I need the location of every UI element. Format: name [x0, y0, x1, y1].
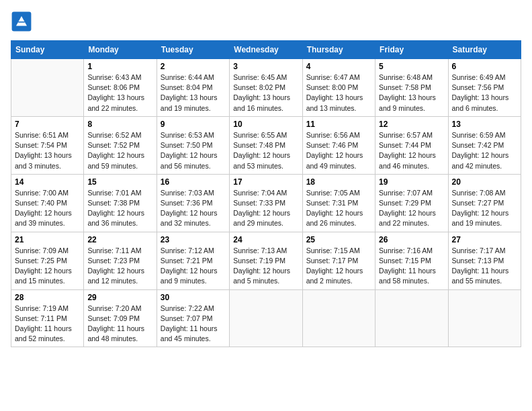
calendar-week-1: 1Sunrise: 6:43 AM Sunset: 8:06 PM Daylig… [11, 59, 521, 117]
calendar-cell [302, 289, 375, 347]
svg-rect-2 [18, 21, 25, 23]
day-info: Sunrise: 7:22 AM Sunset: 7:07 PM Dayligh… [161, 304, 226, 345]
day-info: Sunrise: 7:08 AM Sunset: 7:27 PM Dayligh… [452, 188, 517, 229]
day-info: Sunrise: 7:16 AM Sunset: 7:15 PM Dayligh… [379, 246, 444, 287]
calendar-cell: 11Sunrise: 6:56 AM Sunset: 7:46 PM Dayli… [302, 116, 375, 174]
calendar-cell: 1Sunrise: 6:43 AM Sunset: 8:06 PM Daylig… [84, 59, 157, 117]
day-number: 11 [306, 120, 371, 129]
day-number: 12 [379, 120, 444, 129]
day-info: Sunrise: 6:47 AM Sunset: 8:00 PM Dayligh… [306, 73, 371, 113]
calendar-cell: 9Sunrise: 6:53 AM Sunset: 7:50 PM Daylig… [157, 116, 229, 174]
calendar-cell [448, 289, 521, 347]
calendar-cell: 28Sunrise: 7:19 AM Sunset: 7:11 PM Dayli… [11, 289, 84, 347]
day-number: 13 [452, 120, 517, 129]
day-info: Sunrise: 7:00 AM Sunset: 7:40 PM Dayligh… [15, 188, 80, 229]
calendar-week-2: 7Sunrise: 6:51 AM Sunset: 7:54 PM Daylig… [11, 116, 521, 174]
day-info: Sunrise: 7:11 AM Sunset: 7:23 PM Dayligh… [87, 246, 152, 287]
day-number: 4 [306, 62, 371, 71]
day-info: Sunrise: 7:04 AM Sunset: 7:33 PM Dayligh… [233, 188, 298, 229]
day-number: 2 [161, 62, 226, 71]
day-info: Sunrise: 7:15 AM Sunset: 7:17 PM Dayligh… [306, 246, 371, 287]
day-info: Sunrise: 6:56 AM Sunset: 7:46 PM Dayligh… [306, 130, 371, 171]
day-number: 9 [161, 120, 226, 129]
day-number: 23 [161, 235, 226, 244]
day-number: 18 [306, 177, 371, 187]
day-info: Sunrise: 6:44 AM Sunset: 8:04 PM Dayligh… [161, 73, 226, 113]
day-number: 26 [379, 235, 444, 244]
day-number: 3 [233, 62, 298, 71]
day-number: 20 [452, 177, 517, 187]
day-number: 10 [233, 120, 298, 129]
day-info: Sunrise: 7:07 AM Sunset: 7:29 PM Dayligh… [379, 188, 444, 229]
calendar-cell: 22Sunrise: 7:11 AM Sunset: 7:23 PM Dayli… [84, 232, 157, 289]
calendar-cell: 19Sunrise: 7:07 AM Sunset: 7:29 PM Dayli… [375, 174, 448, 232]
day-info: Sunrise: 7:12 AM Sunset: 7:21 PM Dayligh… [161, 246, 226, 287]
day-info: Sunrise: 6:51 AM Sunset: 7:54 PM Dayligh… [15, 130, 80, 171]
calendar-cell: 13Sunrise: 6:59 AM Sunset: 7:42 PM Dayli… [448, 116, 521, 174]
day-number: 16 [161, 177, 226, 187]
weekday-header-monday: Monday [84, 41, 157, 59]
calendar-body: 1Sunrise: 6:43 AM Sunset: 8:06 PM Daylig… [11, 59, 521, 347]
day-info: Sunrise: 6:43 AM Sunset: 8:06 PM Dayligh… [87, 73, 152, 113]
day-info: Sunrise: 6:48 AM Sunset: 7:58 PM Dayligh… [379, 73, 444, 113]
day-info: Sunrise: 6:53 AM Sunset: 7:50 PM Dayligh… [161, 130, 226, 171]
calendar-cell: 18Sunrise: 7:05 AM Sunset: 7:31 PM Dayli… [302, 174, 375, 232]
day-number: 24 [233, 235, 298, 244]
calendar-cell: 8Sunrise: 6:52 AM Sunset: 7:52 PM Daylig… [84, 116, 157, 174]
day-number: 8 [87, 120, 152, 129]
calendar-cell: 20Sunrise: 7:08 AM Sunset: 7:27 PM Dayli… [448, 174, 521, 232]
calendar-week-3: 14Sunrise: 7:00 AM Sunset: 7:40 PM Dayli… [11, 174, 521, 232]
day-number: 19 [379, 177, 444, 187]
day-info: Sunrise: 7:05 AM Sunset: 7:31 PM Dayligh… [306, 188, 371, 229]
calendar-cell: 17Sunrise: 7:04 AM Sunset: 7:33 PM Dayli… [230, 174, 302, 232]
day-info: Sunrise: 6:59 AM Sunset: 7:42 PM Dayligh… [452, 130, 517, 171]
calendar-week-4: 21Sunrise: 7:09 AM Sunset: 7:25 PM Dayli… [11, 232, 521, 289]
calendar-table: SundayMondayTuesdayWednesdayThursdayFrid… [11, 40, 521, 347]
calendar-cell: 30Sunrise: 7:22 AM Sunset: 7:07 PM Dayli… [157, 289, 229, 347]
day-info: Sunrise: 7:09 AM Sunset: 7:25 PM Dayligh… [15, 246, 80, 287]
day-number: 30 [161, 293, 226, 302]
weekday-header-tuesday: Tuesday [157, 41, 229, 59]
logo [11, 11, 35, 32]
day-number: 28 [15, 293, 80, 302]
calendar-cell [375, 289, 448, 347]
day-info: Sunrise: 6:49 AM Sunset: 7:56 PM Dayligh… [452, 73, 517, 113]
calendar-cell: 26Sunrise: 7:16 AM Sunset: 7:15 PM Dayli… [375, 232, 448, 289]
calendar-cell: 14Sunrise: 7:00 AM Sunset: 7:40 PM Dayli… [11, 174, 84, 232]
calendar-cell: 16Sunrise: 7:03 AM Sunset: 7:36 PM Dayli… [157, 174, 229, 232]
day-number: 14 [15, 177, 80, 187]
page-header [11, 11, 521, 32]
calendar-cell: 2Sunrise: 6:44 AM Sunset: 8:04 PM Daylig… [157, 59, 229, 117]
day-info: Sunrise: 7:01 AM Sunset: 7:38 PM Dayligh… [87, 188, 152, 229]
calendar-week-5: 28Sunrise: 7:19 AM Sunset: 7:11 PM Dayli… [11, 289, 521, 347]
day-number: 7 [15, 120, 80, 129]
day-number: 1 [87, 62, 152, 71]
weekday-header-wednesday: Wednesday [230, 41, 302, 59]
day-number: 5 [379, 62, 444, 71]
calendar-cell [230, 289, 302, 347]
day-number: 17 [233, 177, 298, 187]
day-number: 21 [15, 235, 80, 244]
calendar-cell: 7Sunrise: 6:51 AM Sunset: 7:54 PM Daylig… [11, 116, 84, 174]
weekday-header-sunday: Sunday [11, 41, 84, 59]
day-info: Sunrise: 6:57 AM Sunset: 7:44 PM Dayligh… [379, 130, 444, 171]
day-number: 27 [452, 235, 517, 244]
day-number: 25 [306, 235, 371, 244]
calendar-cell: 15Sunrise: 7:01 AM Sunset: 7:38 PM Dayli… [84, 174, 157, 232]
calendar-cell: 10Sunrise: 6:55 AM Sunset: 7:48 PM Dayli… [230, 116, 302, 174]
logo-icon [11, 11, 32, 32]
calendar-cell: 12Sunrise: 6:57 AM Sunset: 7:44 PM Dayli… [375, 116, 448, 174]
day-info: Sunrise: 6:52 AM Sunset: 7:52 PM Dayligh… [87, 130, 152, 171]
weekday-header-row: SundayMondayTuesdayWednesdayThursdayFrid… [11, 41, 521, 59]
day-info: Sunrise: 6:45 AM Sunset: 8:02 PM Dayligh… [233, 73, 298, 113]
calendar-cell: 4Sunrise: 6:47 AM Sunset: 8:00 PM Daylig… [302, 59, 375, 117]
calendar-cell: 3Sunrise: 6:45 AM Sunset: 8:02 PM Daylig… [230, 59, 302, 117]
weekday-header-saturday: Saturday [448, 41, 521, 59]
weekday-header-thursday: Thursday [302, 41, 375, 59]
day-info: Sunrise: 7:20 AM Sunset: 7:09 PM Dayligh… [87, 304, 152, 345]
calendar-cell: 27Sunrise: 7:17 AM Sunset: 7:13 PM Dayli… [448, 232, 521, 289]
calendar-cell [11, 59, 84, 117]
day-number: 29 [87, 293, 152, 302]
day-info: Sunrise: 7:13 AM Sunset: 7:19 PM Dayligh… [233, 246, 298, 287]
calendar-cell: 29Sunrise: 7:20 AM Sunset: 7:09 PM Dayli… [84, 289, 157, 347]
